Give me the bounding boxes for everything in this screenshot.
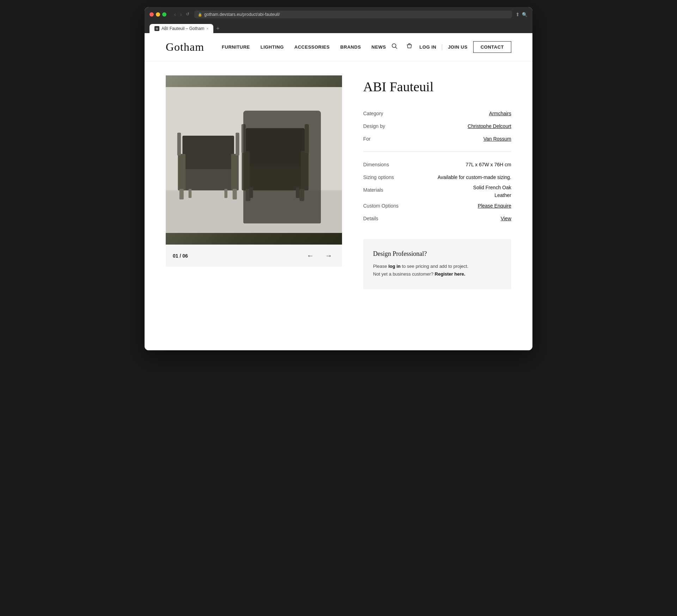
product-info: ABI Fauteuil Category Armchairs Design b… <box>363 75 511 329</box>
svg-rect-14 <box>245 163 305 191</box>
browser-window: ‹ › ↺ 🔒 gotham.devstars.eu/product/abi-f… <box>145 7 532 350</box>
minimize-traffic-light[interactable] <box>156 12 160 17</box>
svg-line-1 <box>395 47 397 49</box>
design-by-row: Design by Christophe Delcourt <box>363 120 511 133</box>
bag-icon <box>406 44 413 51</box>
product-image <box>166 75 342 245</box>
search-icon <box>391 44 398 51</box>
forward-button[interactable]: › <box>179 11 183 18</box>
share-icon[interactable]: ⬆ <box>516 12 520 17</box>
svg-rect-3 <box>166 190 342 233</box>
product-title: ABI Fauteuil <box>363 79 511 94</box>
materials-value-2: Leather <box>495 192 511 198</box>
meta-divider-row <box>363 145 511 158</box>
close-traffic-light[interactable] <box>150 12 154 17</box>
header-actions: LOG IN JOIN US CONTACT <box>390 41 511 53</box>
nav-news[interactable]: NEWS <box>372 44 386 50</box>
details-label: Details <box>363 212 437 225</box>
svg-rect-19 <box>305 124 309 153</box>
category-label: Category <box>363 107 437 120</box>
search-button[interactable] <box>390 42 399 53</box>
favicon: G <box>154 26 159 31</box>
nav-accessories[interactable]: ACCESSORIES <box>294 44 330 50</box>
svg-rect-16 <box>242 151 250 190</box>
tab-bar: G ABI Fauteuil – Gotham × + <box>150 24 527 33</box>
maximize-traffic-light[interactable] <box>162 12 166 17</box>
ssl-lock-icon: 🔒 <box>198 13 202 17</box>
details-value[interactable]: View <box>437 212 511 225</box>
svg-rect-23 <box>296 187 299 198</box>
design-pro-text-before: Please <box>373 264 388 269</box>
browser-nav-arrows: ‹ › ↺ <box>173 11 191 18</box>
address-bar[interactable]: 🔒 gotham.devstars.eu/product/abi-fauteui… <box>194 11 512 18</box>
product-meta-table: Category Armchairs Design by Christophe … <box>363 107 511 225</box>
tab-close-button[interactable]: × <box>206 27 208 31</box>
url-display: gotham.devstars.eu/product/abi-fauteuil/ <box>204 12 280 17</box>
svg-rect-21 <box>299 189 304 201</box>
nav-brands[interactable]: BRANDS <box>340 44 361 50</box>
design-professional-box: Design Professional? Please log in to se… <box>363 239 511 289</box>
main-nav: FURNITURE LIGHTING ACCESSORIES BRANDS NE… <box>222 44 390 50</box>
svg-point-0 <box>392 44 396 48</box>
active-tab[interactable]: G ABI Fauteuil – Gotham × <box>150 24 213 33</box>
register-link[interactable]: Register here. <box>435 271 465 277</box>
nav-divider <box>442 44 442 50</box>
custom-options-value[interactable]: Please Enquire <box>437 199 511 212</box>
refresh-button[interactable]: ↺ <box>184 11 191 18</box>
next-image-button[interactable]: → <box>322 250 335 261</box>
product-page: 01 / 06 ← → ABI Fauteuil Category Armcha… <box>145 61 532 343</box>
category-value[interactable]: Armchairs <box>437 107 511 120</box>
materials-row: Materials Solid French Oak Leather <box>363 184 511 199</box>
custom-options-label: Custom Options <box>363 199 437 212</box>
browser-chrome: ‹ › ↺ 🔒 gotham.devstars.eu/product/abi-f… <box>145 7 532 33</box>
svg-rect-9 <box>236 133 239 155</box>
prev-image-button[interactable]: ← <box>304 250 317 261</box>
login-link[interactable]: LOG IN <box>420 44 437 50</box>
nav-furniture[interactable]: FURNITURE <box>222 44 250 50</box>
sizing-row: Sizing options Available for custom-made… <box>363 171 511 184</box>
join-us-link[interactable]: JOIN US <box>448 44 468 50</box>
svg-rect-15 <box>246 128 305 166</box>
sizing-value: Available for custom-made sizing. <box>437 171 511 184</box>
dimensions-label: Dimensions <box>363 158 437 171</box>
materials-value: Solid French Oak Leather <box>437 184 511 199</box>
svg-rect-18 <box>242 124 246 153</box>
svg-rect-22 <box>249 187 253 198</box>
svg-rect-8 <box>177 133 181 155</box>
nav-lighting[interactable]: LIGHTING <box>261 44 284 50</box>
dimensions-value: 77L x 67W x 76H cm <box>437 158 511 171</box>
svg-rect-17 <box>301 151 309 190</box>
svg-rect-20 <box>246 189 251 201</box>
meta-divider <box>363 152 511 152</box>
design-pro-newline: Not yet a business customer? <box>373 271 435 277</box>
main-image-container <box>166 75 342 245</box>
svg-rect-12 <box>189 189 192 198</box>
new-tab-button[interactable]: + <box>213 24 222 33</box>
svg-rect-5 <box>182 136 234 169</box>
design-by-label: Design by <box>363 120 437 133</box>
for-label: For <box>363 133 437 145</box>
svg-rect-6 <box>178 154 185 190</box>
product-gallery: 01 / 06 ← → <box>166 75 342 329</box>
for-value[interactable]: Van Rossum <box>437 133 511 145</box>
svg-rect-4 <box>181 166 236 190</box>
contact-button[interactable]: CONTACT <box>473 41 511 53</box>
search-icon[interactable]: 🔍 <box>522 12 527 17</box>
site-logo[interactable]: Gotham <box>166 41 204 54</box>
svg-rect-10 <box>179 189 184 199</box>
dimensions-row: Dimensions 77L x 67W x 76H cm <box>363 158 511 171</box>
design-pro-text-middle: to see pricing and add to project. <box>401 264 468 269</box>
login-link-pro[interactable]: log in <box>388 264 401 269</box>
gallery-nav: ← → <box>304 250 335 261</box>
svg-rect-13 <box>224 189 227 198</box>
page-content: Gotham FURNITURE LIGHTING ACCESSORIES BR… <box>145 33 532 350</box>
svg-rect-7 <box>231 154 239 190</box>
back-button[interactable]: ‹ <box>173 11 177 18</box>
details-row: Details View <box>363 212 511 225</box>
custom-options-row: Custom Options Please Enquire <box>363 199 511 212</box>
cart-button[interactable] <box>405 42 414 53</box>
svg-rect-11 <box>233 189 237 199</box>
materials-label: Materials <box>363 184 437 199</box>
sizing-label: Sizing options <box>363 171 437 184</box>
design-by-value[interactable]: Christophe Delcourt <box>437 120 511 133</box>
